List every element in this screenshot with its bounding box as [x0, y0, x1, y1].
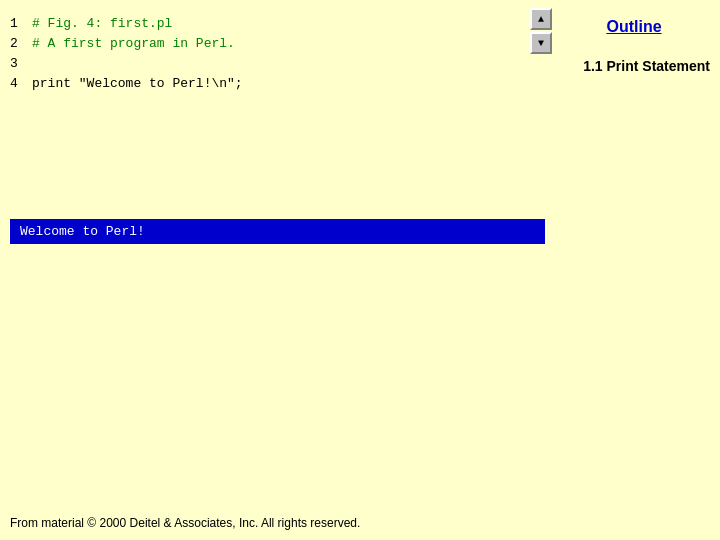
code-line-1: 1 # Fig. 4: first.pl [10, 14, 520, 34]
code-line-2: 2 # A first program in Perl. [10, 34, 520, 54]
code-blank-3 [32, 54, 40, 74]
code-line-4: 4 print "Welcome to Perl!\n"; [10, 74, 520, 94]
scroll-buttons: ▲ ▼ [530, 8, 552, 56]
right-panel: Outline [560, 8, 720, 42]
footer: From material © 2000 Deitel & Associates… [10, 516, 360, 530]
line-num-1: 1 [10, 14, 28, 34]
top-section: 1 # Fig. 4: first.pl 2 # A first program… [0, 0, 720, 109]
subtitle: 1.1 Print Statement [583, 58, 710, 74]
top-right-panel: ▲ ▼ Outline [530, 8, 720, 101]
outline-link[interactable]: Outline [606, 18, 661, 36]
output-bar: Welcome to Perl! [10, 219, 545, 244]
scroll-up-button[interactable]: ▲ [530, 8, 552, 30]
code-print-4: print "Welcome to Perl!\n"; [32, 74, 243, 94]
scroll-down-button[interactable]: ▼ [530, 32, 552, 54]
code-comment-2: # A first program in Perl. [32, 34, 235, 54]
output-section: Welcome to Perl! [0, 219, 720, 244]
code-comment-1: # Fig. 4: first.pl [32, 14, 172, 34]
line-num-2: 2 [10, 34, 28, 54]
code-block: 1 # Fig. 4: first.pl 2 # A first program… [0, 8, 530, 101]
line-num-4: 4 [10, 74, 28, 94]
code-line-3: 3 [10, 54, 520, 74]
line-num-3: 3 [10, 54, 28, 74]
